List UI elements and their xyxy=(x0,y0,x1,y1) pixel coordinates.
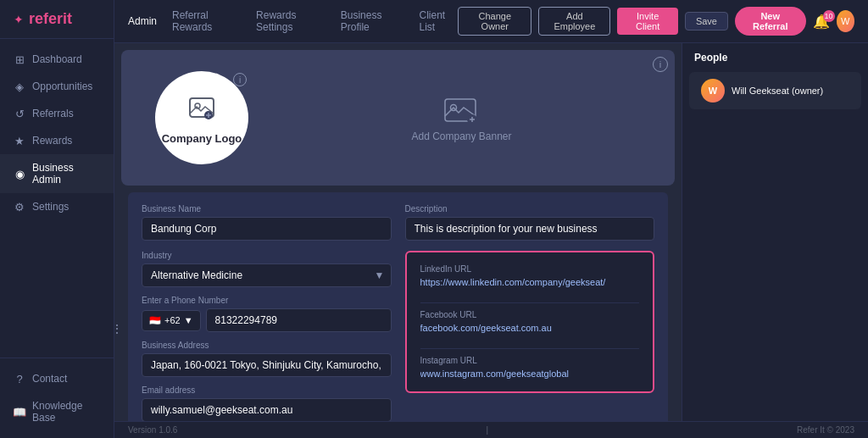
social-divider-1 xyxy=(420,302,640,303)
logo-icon: ✦ xyxy=(14,13,24,26)
topnav-admin[interactable]: Admin xyxy=(128,14,157,29)
main-panel: Admin Referral Rewards Rewards Settings … xyxy=(114,0,868,438)
sidebar-item-opportunities[interactable]: ◈ Opportunities xyxy=(0,73,114,100)
industry-select-wrapper: ▼ xyxy=(142,263,392,287)
linkedin-input[interactable] xyxy=(420,277,640,287)
instagram-input[interactable] xyxy=(420,369,640,379)
user-avatar[interactable]: W xyxy=(837,10,854,32)
linkedin-label: LinkedIn URL xyxy=(420,264,640,274)
business-name-label: Business Name xyxy=(142,204,392,213)
social-divider-2 xyxy=(420,348,640,349)
logo-info-icon[interactable]: i xyxy=(233,73,247,86)
company-logo-label: Company Logo xyxy=(162,132,242,145)
form-row-industry-social: Industry ▼ Enter a Phone Number 🇮🇩 +62 xyxy=(142,251,654,421)
footer-separator: | xyxy=(486,425,488,435)
phone-flag-button[interactable]: 🇮🇩 +62 ▼ xyxy=(142,310,201,331)
sidebar-item-label: Contact xyxy=(32,373,67,385)
center-panel: i i Company Logo xyxy=(114,43,682,421)
invite-client-button[interactable]: Invite Client xyxy=(617,8,677,35)
topnav-business-profile[interactable]: Business Profile xyxy=(341,8,404,35)
new-referral-button[interactable]: New Referral xyxy=(735,7,806,36)
sidebar-nav: ⊞ Dashboard ◈ Opportunities ↺ Referrals … xyxy=(0,39,114,358)
topnav-rewards-settings[interactable]: Rewards Settings xyxy=(256,8,326,35)
business-admin-icon: ◉ xyxy=(14,168,25,180)
flag-dropdown-icon: ▼ xyxy=(184,315,193,325)
contact-icon: ? xyxy=(14,373,25,385)
business-name-input[interactable] xyxy=(142,217,392,241)
facebook-input[interactable] xyxy=(420,323,640,333)
person-item: W Will Geekseat (owner) xyxy=(689,72,861,109)
sidebar-item-dashboard[interactable]: ⊞ Dashboard xyxy=(0,46,114,73)
address-label: Business Address xyxy=(142,341,392,350)
company-logo-circle[interactable]: i Company Logo xyxy=(155,71,248,164)
business-name-col: Business Name xyxy=(142,204,392,241)
form-row-name-desc: Business Name Description xyxy=(142,204,654,241)
save-button[interactable]: Save xyxy=(685,12,728,30)
sidebar-item-label: Rewards xyxy=(32,135,72,147)
email-input[interactable] xyxy=(142,398,392,421)
industry-label: Industry xyxy=(142,251,392,260)
footer-version: Version 1.0.6 xyxy=(128,425,177,435)
topnav-client-list[interactable]: Client List xyxy=(419,8,458,35)
sidebar-item-label: Dashboard xyxy=(32,53,82,65)
sidebar-item-label: Opportunities xyxy=(32,80,92,92)
industry-col: Industry ▼ Enter a Phone Number 🇮🇩 +62 xyxy=(142,251,392,421)
address-input[interactable] xyxy=(142,353,392,377)
phone-label: Enter a Phone Number xyxy=(142,296,392,305)
sidebar-item-contact[interactable]: ? Contact xyxy=(0,365,114,392)
description-col: Description xyxy=(405,204,655,241)
social-col: LinkedIn URL Facebook URL Instagram URL xyxy=(405,251,655,421)
sidebar-item-settings[interactable]: ⚙ Settings xyxy=(0,193,114,220)
notification-bell[interactable]: 🔔 10 xyxy=(813,14,830,30)
business-form: Business Name Description Industry xyxy=(128,192,668,421)
person-name: Will Geekseat (owner) xyxy=(732,86,823,96)
sidebar-item-business-admin[interactable]: ◉ Business Admin xyxy=(0,154,114,193)
facebook-label: Facebook URL xyxy=(420,310,640,319)
referrals-icon: ↺ xyxy=(14,108,25,119)
rewards-icon: ★ xyxy=(14,135,25,147)
form-wrapper: ⋮ Business Name Description xyxy=(121,192,675,421)
opportunities-icon: ◈ xyxy=(14,80,25,92)
sidebar-item-label: Business Admin xyxy=(32,162,100,186)
dashboard-icon: ⊞ xyxy=(14,53,25,65)
sidebar-item-rewards[interactable]: ★ Rewards xyxy=(0,127,114,154)
logo-upload-icon xyxy=(186,91,217,129)
sidebar-item-referrals[interactable]: ↺ Referrals xyxy=(0,100,114,127)
social-media-panel: LinkedIn URL Facebook URL Instagram URL xyxy=(405,251,655,393)
logo-text: referit xyxy=(29,10,72,28)
three-dot-menu[interactable]: ⋮ xyxy=(114,322,123,335)
company-banner-area: i i Company Logo xyxy=(121,50,675,186)
sidebar-item-label: Referrals xyxy=(32,108,74,119)
description-label: Description xyxy=(405,204,655,213)
email-label: Email address xyxy=(142,385,392,395)
instagram-label: Instagram URL xyxy=(420,356,640,365)
flag-emoji: 🇮🇩 xyxy=(149,315,161,326)
phone-number-input[interactable] xyxy=(206,308,392,332)
avatar: W xyxy=(701,79,725,103)
sidebar-item-label: Knowledge Base xyxy=(32,400,100,424)
people-title: People xyxy=(682,43,868,69)
app-logo[interactable]: ✦ referit xyxy=(0,0,114,39)
banner-info-icon[interactable]: i xyxy=(653,57,668,72)
phone-code: +62 xyxy=(164,315,181,325)
page-content: i i Company Logo xyxy=(114,43,868,421)
top-navigation: Admin Referral Rewards Rewards Settings … xyxy=(114,0,868,43)
sidebar: ✦ referit ⊞ Dashboard ◈ Opportunities ↺ … xyxy=(0,0,114,438)
industry-input[interactable] xyxy=(142,263,392,287)
topnav-right: Change Owner Add Employee Invite Client … xyxy=(458,7,854,36)
knowledge-icon: 📖 xyxy=(14,406,25,418)
sidebar-item-label: Settings xyxy=(32,201,69,213)
topnav-referral-rewards[interactable]: Referral Rewards xyxy=(172,8,241,35)
add-banner-label: Add Company Banner xyxy=(411,130,511,142)
settings-icon: ⚙ xyxy=(14,201,25,213)
banner-placeholder[interactable]: Add Company Banner xyxy=(248,94,675,142)
sidebar-bottom: ? Contact 📖 Knowledge Base xyxy=(0,358,114,438)
add-employee-button[interactable]: Add Employee xyxy=(538,7,610,36)
change-owner-button[interactable]: Change Owner xyxy=(458,7,531,36)
notification-badge: 10 xyxy=(823,10,835,22)
topnav-left: Admin Referral Rewards Rewards Settings … xyxy=(128,8,458,35)
sidebar-item-knowledge-base[interactable]: 📖 Knowledge Base xyxy=(0,392,114,431)
description-input[interactable] xyxy=(405,217,655,241)
phone-row: 🇮🇩 +62 ▼ xyxy=(142,308,392,332)
footer-copyright: Refer It © 2023 xyxy=(797,425,854,435)
